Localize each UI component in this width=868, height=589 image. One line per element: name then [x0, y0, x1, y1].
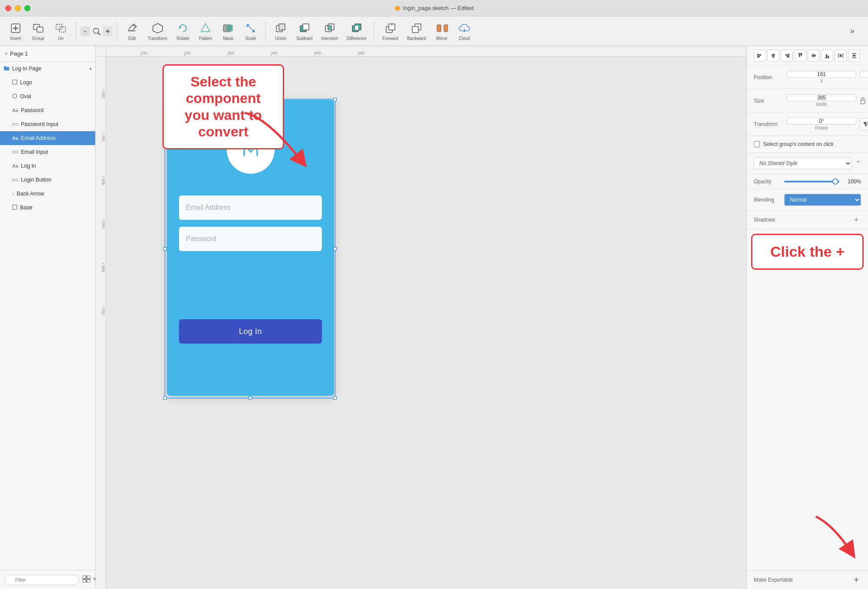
toolbar-mask[interactable]: Mask — [218, 20, 239, 43]
sidebar-item-back-arrow[interactable]: ‹ Back Arrow — [0, 187, 95, 201]
toolbar-flatten[interactable]: Flatten — [195, 20, 216, 43]
line-icon — [12, 121, 18, 128]
maximize-button[interactable] — [24, 5, 30, 11]
svg-rect-39 — [12, 151, 18, 153]
shadows-label: Shadows — [754, 217, 775, 223]
svg-line-9 — [98, 33, 100, 35]
opacity-slider-container[interactable] — [784, 179, 839, 185]
handle-tr[interactable] — [333, 98, 337, 101]
toolbar-more[interactable]: » — [842, 23, 863, 40]
toolbar-mirror[interactable]: Mirror — [431, 20, 452, 43]
handle-br[interactable] — [333, 396, 337, 400]
toolbar-union[interactable]: Union — [270, 20, 291, 43]
blending-select[interactable]: Normal — [784, 194, 861, 206]
sidebar-item-passsord[interactable]: Aa Passsord — [0, 103, 95, 117]
make-exportable-plus-button[interactable]: + — [851, 575, 861, 585]
sidebar-item-logo[interactable]: Logo — [0, 76, 95, 89]
sidebar-item-password-input[interactable]: Password Input — [0, 117, 95, 131]
handle-ml[interactable] — [163, 247, 167, 251]
toolbar-subtract[interactable]: Subtract — [293, 20, 316, 43]
close-button[interactable] — [5, 5, 11, 11]
sidebar-item-email-address[interactable]: Aa Email Address — [0, 131, 95, 145]
transform-row: Transform Rotate — [754, 118, 861, 130]
toolbar-difference[interactable]: Difference — [343, 20, 370, 43]
canvas-area[interactable]: 100 200 300 400 500 600 200 300 400 — [96, 46, 746, 589]
forward-label: Forward — [382, 36, 398, 41]
toolbar-transform[interactable]: Transform — [144, 20, 171, 43]
shared-style-select[interactable]: No Shared Style — [754, 157, 852, 169]
zoom-out-button[interactable]: - — [80, 26, 90, 36]
x-input[interactable] — [787, 71, 856, 78]
align-top-button[interactable] — [794, 50, 806, 62]
layers-view-icon[interactable] — [83, 576, 90, 584]
make-exportable-label: Make Exportable — [754, 577, 793, 583]
sidebar-item-email-input[interactable]: Email Input — [0, 145, 95, 159]
align-middle-v-button[interactable] — [808, 50, 820, 62]
sidebar-item-oval[interactable]: Oval — [0, 89, 95, 103]
distribute-h-button[interactable] — [835, 50, 847, 62]
svg-marker-72 — [863, 122, 866, 126]
svg-rect-71 — [861, 100, 865, 104]
sidebar-page-header[interactable]: ▾ Page 1 — [0, 46, 95, 62]
sidebar-item-log-in-page[interactable]: Log In Page ▾ — [0, 62, 95, 76]
handle-bc[interactable] — [248, 396, 252, 400]
toolbar-intersect[interactable]: Intersect — [318, 20, 341, 43]
sidebar-item-base[interactable]: Base — [0, 201, 95, 215]
handle-bl[interactable] — [163, 396, 167, 400]
toolbar-insert[interactable]: Insert — [5, 20, 26, 43]
minimize-button[interactable] — [15, 5, 21, 11]
shared-style-chevron-icon[interactable]: ⌃ — [855, 159, 861, 168]
position-row: Position X Y — [754, 71, 861, 83]
rotate-input[interactable] — [787, 118, 856, 125]
width-input[interactable] — [787, 94, 856, 101]
align-left-button[interactable] — [754, 50, 766, 62]
filter-input[interactable] — [4, 575, 79, 585]
align-right-button[interactable] — [781, 50, 793, 62]
email-address-label: Email Address — [21, 135, 92, 141]
toolbar-ungroup[interactable]: Un — [50, 20, 71, 43]
transform-label-el: Transform — [754, 121, 783, 127]
click-callout: Click the + — [751, 234, 864, 270]
toolbar-rotate[interactable]: Rotate — [172, 20, 193, 43]
sidebar-item-login-button[interactable]: Login Button — [0, 173, 95, 187]
svg-rect-32 — [437, 25, 441, 32]
y-input[interactable] — [860, 71, 868, 78]
toolbar-scale[interactable]: Scale — [240, 20, 261, 43]
login-button-element[interactable]: Log In — [179, 319, 322, 344]
click-callout-text: Click the + — [761, 244, 854, 260]
distribute-v-button[interactable] — [848, 50, 860, 62]
sketch-file-icon — [394, 5, 401, 11]
opacity-slider-track[interactable] — [784, 181, 839, 182]
opacity-slider-thumb[interactable] — [832, 179, 838, 185]
zoom-in-button[interactable]: + — [103, 26, 113, 36]
cloud-icon — [457, 21, 471, 35]
lock-aspect-ratio-button[interactable] — [860, 96, 866, 105]
ruler-corner — [96, 46, 106, 56]
email-placeholder: Email Address — [186, 204, 230, 212]
align-center-h-button[interactable] — [767, 50, 779, 62]
password-input-element[interactable]: Password — [179, 227, 322, 251]
email-input-element[interactable]: Email Address — [179, 195, 322, 220]
main-layout: ▾ Page 1 Log In Page ▾ — [0, 46, 868, 589]
select-content-checkbox[interactable] — [754, 141, 760, 147]
toolbar-backward[interactable]: Backward — [404, 20, 430, 43]
toolbar-edit[interactable]: Edit — [122, 20, 142, 43]
toolbar-zoom: - + — [80, 26, 113, 36]
toolbar-cloud[interactable]: Cloud — [454, 20, 475, 43]
toolbar-divider-1 — [76, 22, 76, 41]
logo-label: Logo — [20, 79, 92, 86]
flip-horizontal-button[interactable] — [860, 118, 868, 130]
align-bottom-button[interactable] — [821, 50, 833, 62]
select-content-section: Select group's content on click — [747, 136, 868, 153]
svg-rect-36 — [13, 80, 17, 84]
svg-rect-44 — [83, 579, 86, 582]
insert-icon — [9, 21, 23, 35]
scale-icon — [244, 21, 258, 35]
width-label: Width — [816, 102, 827, 107]
svg-rect-60 — [812, 54, 814, 57]
toolbar-forward[interactable]: Forward — [379, 20, 402, 43]
add-shadow-button[interactable]: + — [851, 215, 861, 225]
svg-marker-12 — [153, 23, 162, 33]
toolbar-group[interactable]: Group — [28, 20, 49, 43]
sidebar-item-log-in-text[interactable]: Aa Log In — [0, 159, 95, 173]
